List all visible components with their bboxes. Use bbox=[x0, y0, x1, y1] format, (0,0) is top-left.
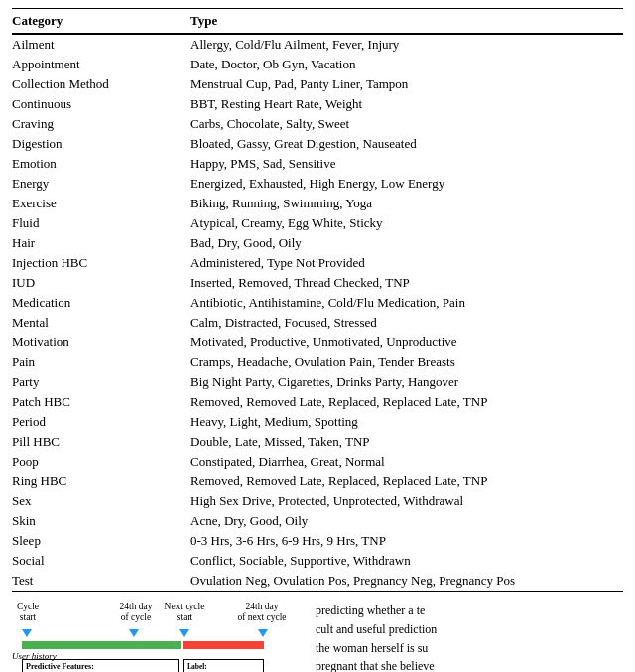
table-cell-type: Inserted, Removed, Thread Checked, TNP bbox=[190, 273, 623, 293]
table-cell-type: Removed, Removed Late, Replaced, Replace… bbox=[190, 392, 623, 412]
table-cell-type: Constipated, Diarrhea, Great, Normal bbox=[190, 452, 623, 471]
table-cell-type: High Sex Drive, Protected, Unprotected, … bbox=[190, 491, 623, 511]
table-cell-category: Period bbox=[12, 412, 190, 432]
table-cell-category: Pill HBC bbox=[12, 432, 190, 452]
arrow-24th-next bbox=[258, 629, 268, 637]
label-box: Label: Pos: if positive test logged in t… bbox=[183, 659, 264, 672]
label-24th-day: 24th dayof cycle bbox=[111, 602, 161, 624]
arrow-cycle-start bbox=[22, 629, 32, 637]
bar-red bbox=[183, 641, 264, 649]
predictive-features-box: Predictive Features: logs from first 24 … bbox=[22, 659, 179, 672]
table-cell-category: Skin bbox=[12, 511, 190, 531]
table-cell-type: Big Night Party, Cigarettes, Drinks Part… bbox=[190, 372, 623, 392]
label-box-title: Label: bbox=[187, 662, 207, 671]
table-cell-type: Administered, Type Not Provided bbox=[190, 253, 623, 273]
table-cell-type: Date, Doctor, Ob Gyn, Vacation bbox=[190, 55, 623, 74]
timeline-container: Cyclestart 24th dayof cycle Next cyclest… bbox=[12, 602, 300, 672]
table-cell-category: Mental bbox=[12, 313, 190, 333]
table-cell-category: Sleep bbox=[12, 531, 190, 551]
label-cycle-start: Cyclestart bbox=[12, 602, 44, 624]
table-cell-type: Heavy, Light, Medium, Spotting bbox=[190, 412, 623, 432]
timeline-right: predicting whether a tecult and useful p… bbox=[300, 602, 623, 672]
arrow-24th-day bbox=[129, 629, 139, 637]
table-cell-type: Biking, Running, Swimming, Yoga bbox=[190, 194, 623, 213]
table-cell-category: Medication bbox=[12, 293, 190, 313]
table-cell-category: Test bbox=[12, 571, 190, 592]
table-cell-type: Allergy, Cold/Flu Ailment, Fever, Injury bbox=[190, 34, 623, 55]
table-cell-category: Patch HBC bbox=[12, 392, 190, 412]
table-cell-category: Ring HBC bbox=[12, 471, 190, 491]
bar-green bbox=[22, 641, 181, 649]
arrow-next-cycle bbox=[179, 629, 189, 637]
table-cell-category: Collection Method bbox=[12, 74, 190, 94]
label-24th-day-next: 24th dayof next cycle bbox=[235, 602, 289, 624]
table-cell-category: Ailment bbox=[12, 34, 190, 55]
col-type-header: Type bbox=[190, 9, 623, 35]
table-cell-category: Craving bbox=[12, 114, 190, 134]
table-cell-type: BBT, Resting Heart Rate, Weight bbox=[190, 94, 623, 114]
table-cell-type: Motivated, Productive, Unmotivated, Unpr… bbox=[190, 333, 623, 352]
table-cell-category: Pain bbox=[12, 352, 190, 372]
table-cell-type: Double, Late, Missed, Taken, TNP bbox=[190, 432, 623, 452]
table-cell-type: Cramps, Headache, Ovulation Pain, Tender… bbox=[190, 352, 623, 372]
table-cell-type: Happy, PMS, Sad, Sensitive bbox=[190, 154, 623, 174]
table-cell-type: Carbs, Chocolate, Salty, Sweet bbox=[190, 114, 623, 134]
table-cell-type: Calm, Distracted, Focused, Stressed bbox=[190, 313, 623, 333]
table-cell-category: Party bbox=[12, 372, 190, 392]
table-cell-category: Sex bbox=[12, 491, 190, 511]
table-cell-category: Energy bbox=[12, 174, 190, 194]
table-cell-type: Antibiotic, Antihistamine, Cold/Flu Medi… bbox=[190, 293, 623, 313]
table-cell-category: Digestion bbox=[12, 134, 190, 154]
table-cell-category: Poop bbox=[12, 452, 190, 471]
table-cell-category: Appointment bbox=[12, 55, 190, 74]
table-cell-type: Acne, Dry, Good, Oily bbox=[190, 511, 623, 531]
table-cell-type: Removed, Removed Late, Replaced, Replace… bbox=[190, 471, 623, 491]
table-cell-category: Fluid bbox=[12, 213, 190, 233]
table-cell-category: Motivation bbox=[12, 333, 190, 352]
table-cell-type: Energized, Exhausted, High Energy, Low E… bbox=[190, 174, 623, 194]
table-cell-category: Social bbox=[12, 551, 190, 571]
label-next-cycle-start: Next cyclestart bbox=[159, 602, 210, 624]
table-section: Category Type AilmentAllergy, Cold/Flu A… bbox=[0, 0, 635, 592]
table-cell-type: Ovulation Neg, Ovulation Pos, Pregnancy … bbox=[190, 571, 623, 592]
table-cell-category: IUD bbox=[12, 273, 190, 293]
table-cell-category: Exercise bbox=[12, 194, 190, 213]
table-cell-type: Bloated, Gassy, Great Digestion, Nauseat… bbox=[190, 134, 623, 154]
table-cell-category: Continuous bbox=[12, 94, 190, 114]
table-cell-type: Conflict, Sociable, Supportive, Withdraw… bbox=[190, 551, 623, 571]
col-category-header: Category bbox=[12, 9, 190, 35]
table-cell-type: Menstrual Cup, Pad, Panty Liner, Tampon bbox=[190, 74, 623, 94]
table-cell-type: 0-3 Hrs, 3-6 Hrs, 6-9 Hrs, 9 Hrs, TNP bbox=[190, 531, 623, 551]
timeline-section: Cyclestart 24th dayof cycle Next cyclest… bbox=[0, 592, 635, 672]
predictive-features-title: Predictive Features: bbox=[26, 662, 94, 671]
table-cell-category: Injection HBC bbox=[12, 253, 190, 273]
table-cell-category: Hair bbox=[12, 233, 190, 253]
table-cell-category: Emotion bbox=[12, 154, 190, 174]
table-cell-type: Atypical, Creamy, Egg White, Sticky bbox=[190, 213, 623, 233]
table-cell-type: Bad, Dry, Good, Oily bbox=[190, 233, 623, 253]
category-type-table: Category Type AilmentAllergy, Cold/Flu A… bbox=[12, 8, 623, 592]
timeline-left: Cyclestart 24th dayof cycle Next cyclest… bbox=[12, 602, 300, 672]
right-text: predicting whether a tecult and useful p… bbox=[316, 604, 437, 672]
